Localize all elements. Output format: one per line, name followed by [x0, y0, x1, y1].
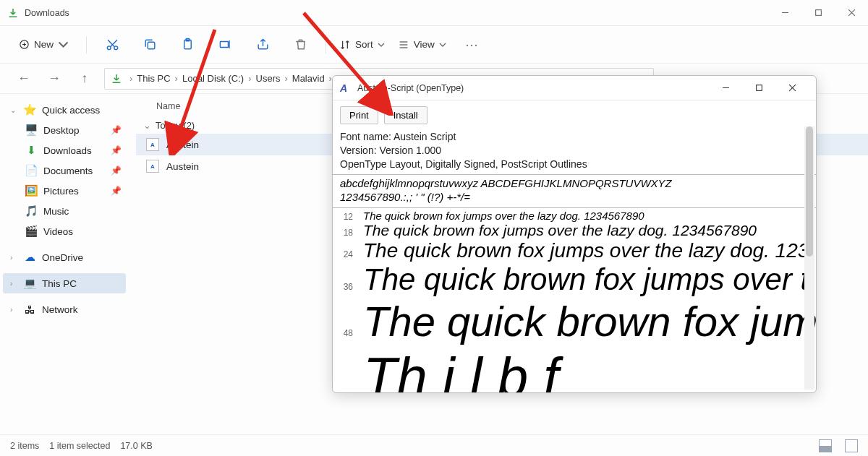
documents-icon: 📄: [25, 164, 38, 177]
network-icon: 🖧: [23, 303, 36, 316]
sample-text: The quick brown fox jumps over t: [363, 262, 809, 297]
more-button[interactable]: ⋯: [459, 33, 484, 57]
sample-text: The quick brown fox jumps over the lazy …: [363, 239, 809, 262]
view-icon: [398, 39, 409, 51]
close-button[interactable]: [835, 0, 868, 26]
paste-button[interactable]: [175, 33, 200, 57]
pin-icon: 📌: [111, 186, 122, 196]
breadcrumb-segment[interactable]: Users: [256, 73, 281, 84]
svg-point-3: [107, 46, 111, 50]
up-button[interactable]: ↑: [74, 68, 95, 90]
delete-button[interactable]: [288, 33, 312, 57]
sample-text: Th i l b f: [363, 345, 558, 392]
sample-size: 18: [337, 228, 353, 238]
sidebar-label: Pictures: [43, 186, 79, 197]
sample-size: 36: [337, 282, 353, 292]
sidebar-item-this-pc[interactable]: ›💻This PC: [3, 273, 126, 293]
breadcrumb-segment[interactable]: Local Disk (C:): [182, 73, 244, 84]
sidebar-label: OneDrive: [42, 252, 83, 263]
sidebar-item-quick-access[interactable]: ⌄ ⭐ Quick access: [3, 100, 126, 120]
font-file-icon: A: [146, 138, 159, 151]
sort-icon: [339, 39, 351, 51]
sidebar-item-downloads[interactable]: ⬇Downloads📌: [17, 140, 126, 160]
share-button[interactable]: [250, 33, 275, 57]
downloads-icon: [111, 73, 122, 85]
status-bar: 2 items 1 item selected 17.0 KB: [0, 434, 868, 456]
status-selected: 1 item selected: [49, 441, 110, 451]
sample-alpha: abcdefghijklmnopqrstuvwxyz ABCDEFGHIJKLM…: [340, 176, 809, 191]
copy-button[interactable]: [137, 33, 162, 57]
sidebar-label: Videos: [43, 226, 73, 237]
maximize-button[interactable]: [801, 0, 835, 26]
pin-icon: 📌: [111, 125, 122, 135]
new-label: New: [34, 39, 54, 50]
font-window-title: Austein-Script (OpenType): [357, 83, 464, 93]
icons-view-toggle[interactable]: [845, 439, 858, 452]
font-window-titlebar: A Austein-Script (OpenType): [333, 76, 816, 100]
cut-button[interactable]: [100, 33, 124, 57]
rename-button[interactable]: [213, 33, 237, 57]
font-app-icon: A: [340, 82, 352, 94]
sidebar-item-onedrive[interactable]: ›☁OneDrive: [3, 247, 126, 267]
desktop-icon: 🖥️: [25, 124, 38, 137]
view-button[interactable]: View: [398, 39, 446, 51]
chevron-down-icon: [58, 39, 69, 50]
sidebar-item-pictures[interactable]: 🖼️Pictures📌: [17, 181, 126, 201]
chevron-right-icon: ›: [129, 73, 132, 84]
breadcrumb-segment[interactable]: Malavid: [292, 73, 325, 84]
scrollbar[interactable]: [804, 126, 814, 390]
window-title: Downloads: [25, 8, 69, 18]
new-button[interactable]: New: [14, 36, 73, 53]
sidebar-label: Desktop: [43, 125, 80, 136]
font-preview-window: A Austein-Script (OpenType) Print Instal…: [332, 75, 817, 393]
font-version-line: Version: Version 1.000: [340, 144, 809, 158]
print-button[interactable]: Print: [340, 106, 378, 124]
pin-icon: 📌: [111, 145, 122, 155]
command-bar: New Sort View ⋯: [0, 26, 868, 64]
pictures-icon: 🖼️: [25, 184, 38, 197]
sidebar-item-documents[interactable]: 📄Documents📌: [17, 160, 126, 181]
svg-rect-1: [815, 10, 821, 16]
sample-text: The quick brown fox jump: [363, 297, 816, 345]
chevron-down-icon: [378, 41, 385, 48]
downloads-icon: ⬇: [25, 144, 38, 157]
breadcrumb-segment[interactable]: This PC: [137, 73, 170, 84]
sidebar-label: Music: [43, 206, 69, 217]
sample-size: 12: [337, 212, 353, 222]
font-name-line: Font name: Austein Script: [340, 130, 809, 144]
status-size: 17.0 KB: [120, 441, 152, 451]
music-icon: 🎵: [25, 205, 38, 218]
sample-size: 48: [337, 328, 353, 338]
chevron-right-icon: ›: [175, 73, 178, 84]
videos-icon: 🎬: [25, 225, 38, 238]
sample-text: The quick brown fox jumps over the lazy …: [363, 210, 644, 222]
close-button[interactable]: [775, 75, 809, 101]
sidebar-item-music[interactable]: 🎵Music: [17, 201, 126, 221]
maximize-button[interactable]: [742, 75, 775, 101]
chevron-down-icon: ⌄: [143, 120, 151, 131]
details-view-toggle[interactable]: [819, 439, 832, 452]
sidebar-item-desktop[interactable]: 🖥️Desktop📌: [17, 120, 126, 140]
sample-digits: 1234567890.:,; ' " (!?) +-*/=: [340, 190, 809, 205]
sort-button[interactable]: Sort: [339, 39, 385, 51]
downloads-icon: [7, 7, 19, 19]
chevron-down-icon: ⌄: [10, 106, 17, 114]
explorer-titlebar: Downloads: [0, 0, 868, 26]
sidebar-label: Documents: [43, 165, 93, 176]
install-button[interactable]: Install: [384, 106, 427, 124]
forward-button[interactable]: →: [43, 68, 65, 90]
sidebar-item-videos[interactable]: 🎬Videos: [17, 221, 126, 241]
minimize-button[interactable]: [709, 75, 742, 101]
window-controls: [768, 0, 868, 26]
scrollbar-thumb[interactable]: [806, 126, 813, 257]
sidebar-label: Downloads: [43, 145, 92, 156]
minimize-button[interactable]: [768, 0, 801, 26]
font-file-icon: A: [146, 160, 159, 173]
sidebar-label: This PC: [42, 278, 77, 289]
view-label: View: [414, 39, 435, 50]
sample-text: The quick brown fox jumps over the lazy …: [363, 222, 757, 239]
star-icon: ⭐: [23, 103, 36, 116]
sidebar-item-network[interactable]: ›🖧Network: [3, 299, 126, 319]
font-charset-sample: abcdefghijklmnopqrstuvwxyz ABCDEFGHIJKLM…: [333, 175, 816, 208]
back-button[interactable]: ←: [13, 68, 35, 90]
